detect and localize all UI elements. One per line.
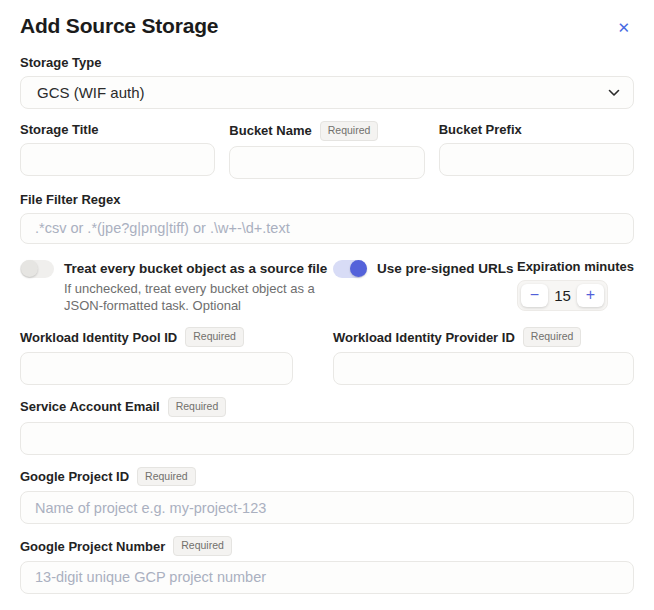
chevron-down-icon [608,89,620,97]
project-number-label: Google Project Number [20,539,165,554]
expiration-value[interactable]: 15 [548,287,577,304]
required-badge: Required [185,327,244,347]
service-email-label: Service Account Email [20,399,160,414]
workload-pool-group: Workload Identity Pool ID Required [20,327,293,385]
close-icon[interactable]: ✕ [613,18,634,37]
bucket-prefix-group: Bucket Prefix [439,121,634,179]
storage-type-value: GCS (WIF auth) [37,84,145,101]
project-number-input[interactable] [20,561,634,594]
bucket-prefix-label: Bucket Prefix [439,122,522,137]
workload-provider-label: Workload Identity Provider ID [333,330,515,345]
expiration-stepper: − 15 + [517,280,608,311]
required-badge: Required [320,121,379,141]
file-filter-label: File Filter Regex [20,192,120,207]
workload-provider-group: Workload Identity Provider ID Required [333,327,634,385]
storage-type-select[interactable]: GCS (WIF auth) [20,76,634,109]
service-email-input[interactable] [20,422,634,455]
expiration-block: Expiration minutes − 15 + [517,259,634,311]
workload-row: Workload Identity Pool ID Required Workl… [20,327,634,385]
presigned-toggle-block: Use pre-signed URLs [333,259,514,278]
add-source-storage-dialog: Add Source Storage ✕ Storage Type GCS (W… [0,0,654,610]
presigned-toggle-label: Use pre-signed URLs [377,259,514,278]
toggle-knob [21,260,38,277]
increment-button[interactable]: + [577,284,604,307]
storage-type-label: Storage Type [20,55,101,70]
service-email-group: Service Account Email Required [20,397,634,455]
file-filter-input[interactable] [20,213,634,244]
required-badge: Required [168,397,227,417]
project-id-input[interactable] [20,491,634,524]
project-id-label: Google Project ID [20,469,129,484]
dialog-title: Add Source Storage [20,14,218,38]
toggles-row: Treat every bucket object as a source fi… [20,259,634,315]
bucket-name-group: Bucket Name Required [229,121,424,179]
workload-pool-input[interactable] [20,352,293,385]
required-badge: Required [523,327,582,347]
storage-type-group: Storage Type GCS (WIF auth) [20,54,634,109]
workload-pool-label: Workload Identity Pool ID [20,330,177,345]
bucket-name-input[interactable] [229,146,424,179]
workload-provider-input[interactable] [333,352,634,385]
treat-toggle-block: Treat every bucket object as a source fi… [20,259,333,315]
presigned-urls-toggle[interactable] [333,260,367,278]
required-badge: Required [137,467,196,487]
storage-title-input[interactable] [20,143,215,176]
expiration-label: Expiration minutes [517,259,634,274]
bucket-prefix-input[interactable] [439,143,634,176]
toggle-knob [350,260,367,277]
required-badge: Required [173,536,232,556]
decrement-button[interactable]: − [521,284,548,307]
storage-title-group: Storage Title [20,121,215,179]
treat-toggle-description: If unchecked, treat every bucket object … [64,281,333,315]
bucket-row: Storage Title Bucket Name Required Bucke… [20,121,634,179]
dialog-header: Add Source Storage ✕ [20,14,634,38]
storage-title-label: Storage Title [20,122,99,137]
project-number-group: Google Project Number Required [20,536,634,594]
bucket-name-label: Bucket Name [229,123,311,138]
file-filter-group: File Filter Regex [20,191,634,244]
treat-toggle-label: Treat every bucket object as a source fi… [64,259,333,278]
project-id-group: Google Project ID Required [20,467,634,525]
treat-objects-toggle[interactable] [20,260,54,278]
